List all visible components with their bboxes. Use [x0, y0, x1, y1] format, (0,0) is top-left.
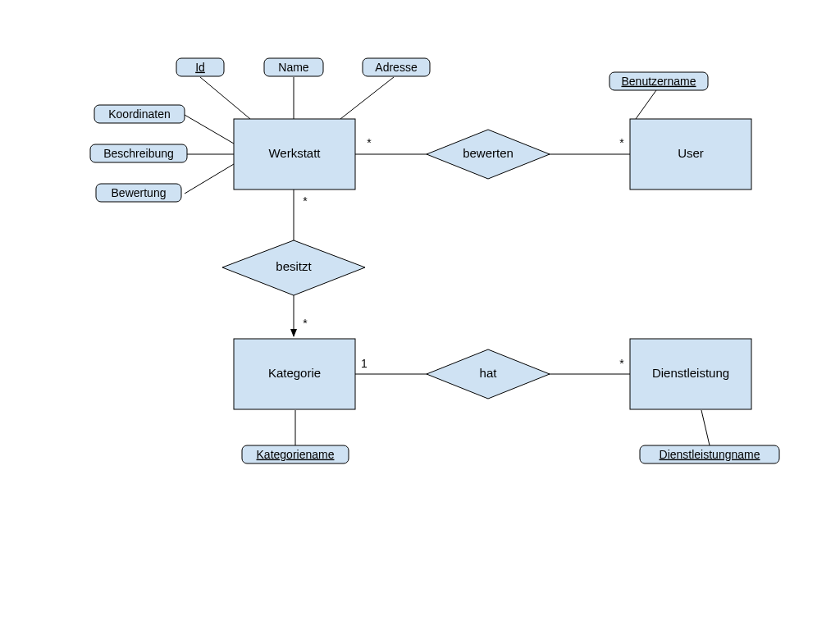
- attr-kategoriename-label: Kategoriename: [257, 448, 335, 461]
- attr-name-label: Name: [278, 61, 309, 74]
- line-benutzername-user: [636, 90, 656, 119]
- attr-id-label: Id: [195, 61, 205, 74]
- line-bewertung-werkstatt: [185, 164, 234, 194]
- line-dienstleistungname-dienstleistung: [701, 410, 710, 445]
- entity-dienstleistung-label: Dienstleistung: [652, 366, 729, 380]
- attr-dienstleistungname-label: Dienstleistungname: [660, 448, 760, 461]
- attr-adresse-label: Adresse: [375, 61, 418, 74]
- card-kategorie-besitzt: *: [303, 317, 308, 330]
- attr-beschreibung-label: Beschreibung: [103, 147, 174, 160]
- attr-koordinaten-label: Koordinaten: [108, 107, 171, 121]
- rel-besitzt-label: besitzt: [276, 259, 312, 273]
- entity-user-label: User: [678, 146, 704, 160]
- line-id-werkstatt: [200, 77, 250, 119]
- card-kategorie-hat: 1: [361, 357, 368, 370]
- attr-bewertung-label: Bewertung: [112, 186, 167, 199]
- card-dienstleistung-hat: *: [619, 357, 624, 370]
- card-werkstatt-besitzt: *: [303, 194, 308, 208]
- card-user-bewerten: *: [619, 136, 624, 149]
- rel-hat-label: hat: [480, 366, 498, 380]
- card-werkstatt-bewerten: *: [367, 136, 372, 149]
- line-adresse-werkstatt: [340, 77, 394, 119]
- attr-benutzername-label: Benutzername: [621, 75, 696, 88]
- rel-bewerten-label: bewerten: [463, 146, 514, 160]
- entity-werkstatt-label: Werkstatt: [268, 146, 321, 160]
- line-koordinaten-werkstatt: [185, 115, 234, 144]
- entity-kategorie-label: Kategorie: [268, 366, 321, 380]
- er-diagram: * * * * 1 * Werkstatt User Kategorie Die…: [0, 0, 840, 630]
